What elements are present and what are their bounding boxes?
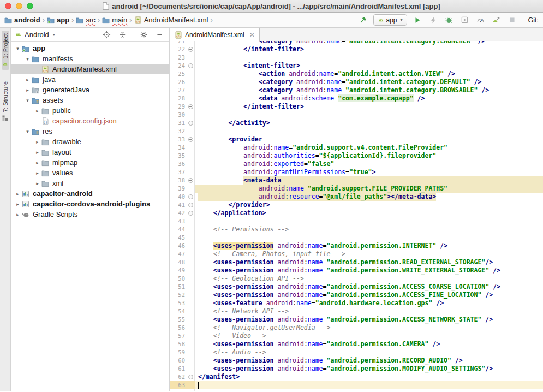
fold-marker-icon[interactable]	[188, 194, 193, 199]
expand-arrow-icon[interactable]: ▸	[34, 139, 41, 145]
code-line-49[interactable]: 49 <uses-permission android:name="androi…	[170, 266, 543, 275]
expand-arrow-icon[interactable]: ▸	[34, 108, 41, 114]
tree-item-capacitor-android[interactable]: ▸capacitor-android	[11, 188, 169, 199]
run-with-coverage-button[interactable]	[460, 15, 470, 26]
settings-gear-button[interactable]	[138, 29, 149, 40]
expand-arrow-icon[interactable]: ▾	[14, 46, 21, 51]
code-line-58[interactable]: 58 <uses-permission android:name="androi…	[170, 340, 543, 348]
code-line-42[interactable]: 42 </application>	[170, 209, 543, 217]
code-line-23[interactable]: 23	[170, 54, 543, 62]
code-line-55[interactable]: 55 <uses-permission android:name="androi…	[170, 316, 543, 324]
expand-arrow-icon[interactable]: ▸	[14, 212, 21, 217]
code-line-21[interactable]: 21 <category android:name="android.inten…	[170, 41, 543, 45]
expand-arrow-icon[interactable]: ▾	[24, 98, 31, 103]
fullscreen-button[interactable]	[27, 3, 33, 9]
expand-arrow-icon[interactable]: ▸	[34, 181, 41, 186]
code-line-50[interactable]: 50 <!-- Geolocation API -->	[170, 275, 543, 283]
attach-debugger-button[interactable]	[491, 15, 502, 26]
code-line-63[interactable]: 63	[170, 381, 543, 389]
expand-arrow-icon[interactable]: ▾	[24, 129, 31, 134]
tree-item-assets[interactable]: ▾assets	[11, 95, 169, 105]
profiler-button[interactable]	[475, 15, 486, 26]
expand-arrow-icon[interactable]: ▸	[34, 170, 41, 176]
code-line-40[interactable]: 40 android:resource="@xml/file_paths"></…	[170, 193, 543, 201]
code-line-51[interactable]: 51 <uses-permission android:name="androi…	[170, 283, 543, 291]
fold-marker-icon[interactable]	[188, 203, 193, 207]
apply-changes-button[interactable]	[428, 15, 439, 26]
code-line-45[interactable]: 45	[170, 234, 543, 242]
code-line-43[interactable]: 43	[170, 217, 543, 225]
tree-item-xml[interactable]: ▸xml	[11, 178, 169, 188]
tree-item-generatedjava[interactable]: ▸generatedJava	[11, 85, 169, 95]
code-line-32[interactable]: 32	[170, 127, 543, 135]
code-line-46[interactable]: 46 <uses-permission android:name="androi…	[170, 242, 543, 250]
code-line-28[interactable]: 28 <data android:scheme="com.example.cap…	[170, 94, 543, 103]
code-line-56[interactable]: 56 <!-- Navigator.getUserMedia -->	[170, 324, 543, 332]
fold-marker-icon[interactable]	[188, 137, 193, 142]
expand-arrow-icon[interactable]: ▾	[24, 56, 31, 62]
expand-arrow-icon[interactable]: ▸	[34, 150, 41, 155]
code-line-59[interactable]: 59 <!-- Audio -->	[170, 348, 543, 357]
code-line-53[interactable]: 53 <uses-feature android:name="android.h…	[170, 299, 543, 307]
code-line-31[interactable]: 31 </activity>	[170, 119, 543, 127]
code-line-44[interactable]: 44 <!-- Permissions -->	[170, 225, 543, 234]
code-line-26[interactable]: 26 <category android:name="android.inten…	[170, 78, 543, 86]
code-line-52[interactable]: 52 <uses-permission android:name="androi…	[170, 291, 543, 299]
breadcrumb-item-main[interactable]: main	[102, 16, 127, 24]
fold-marker-icon[interactable]	[188, 104, 193, 109]
build-hammer-button[interactable]	[357, 15, 368, 26]
expand-arrow-icon[interactable]: ▸	[24, 87, 31, 93]
breadcrumb-item-src[interactable]: src	[76, 16, 95, 24]
code-line-30[interactable]: 30	[170, 111, 543, 119]
breadcrumb-item-app[interactable]: app	[47, 16, 69, 24]
code-line-35[interactable]: 35 android:authorities="${applicationId}…	[170, 152, 543, 160]
tree-item-manifests[interactable]: ▾manifests	[11, 54, 169, 64]
tool-window-button-1-project[interactable]: 1: Project	[2, 31, 9, 70]
tree-item-layout[interactable]: ▸layout	[11, 147, 169, 157]
code-line-29[interactable]: 29 </intent-filter>	[170, 103, 543, 111]
git-widget[interactable]: Git:	[528, 16, 540, 24]
tree-item-mipmap[interactable]: ▸mipmap	[11, 157, 169, 168]
run-button[interactable]	[412, 15, 423, 26]
breadcrumb-item-androidmanifest-xml[interactable]: </>AndroidManifest.xml	[134, 16, 208, 24]
tree-item-app[interactable]: ▾app	[11, 43, 169, 54]
fold-marker-icon[interactable]	[188, 178, 193, 183]
fold-marker-icon[interactable]	[188, 121, 193, 126]
code-line-54[interactable]: 54 <!-- Network API -->	[170, 307, 543, 316]
code-line-48[interactable]: 48 <uses-permission android:name="androi…	[170, 258, 543, 266]
tree-item-gradle-scripts[interactable]: ▸Gradle Scripts	[11, 209, 169, 219]
code-line-47[interactable]: 47 <!-- Camera, Photos, input file -->	[170, 250, 543, 258]
debug-button[interactable]	[444, 15, 455, 26]
tree-item-androidmanifest-xml[interactable]: </>AndroidManifest.xml	[11, 64, 169, 74]
code-line-61[interactable]: 61 <uses-permission android:name="androi…	[170, 365, 543, 373]
expand-arrow-icon[interactable]: ▸	[14, 201, 21, 207]
tree-item-res[interactable]: ▾res	[11, 126, 169, 136]
close-button[interactable]	[5, 3, 11, 9]
code-line-60[interactable]: 60 <uses-permission android:name="androi…	[170, 357, 543, 365]
stop-button[interactable]	[507, 15, 518, 26]
collapse-all-button[interactable]	[117, 29, 128, 40]
code-editor[interactable]: 21 <category android:name="android.inten…	[170, 41, 543, 391]
project-view-selector[interactable]: Android	[25, 31, 49, 39]
fold-marker-icon[interactable]	[188, 47, 193, 52]
code-line-37[interactable]: 37 android:grantUriPermissions="true">	[170, 168, 543, 176]
expand-arrow-icon[interactable]: ▸	[24, 77, 31, 82]
code-line-41[interactable]: 41 </provider>	[170, 201, 543, 209]
tree-item-capacitor-config-json[interactable]: {}capacitor.config.json	[11, 116, 169, 126]
breadcrumb-item-android[interactable]: android	[4, 16, 40, 24]
code-line-38[interactable]: 38 <meta-data	[170, 176, 543, 185]
fold-marker-icon[interactable]	[188, 63, 193, 68]
minimize-button[interactable]	[16, 3, 22, 9]
select-opened-file-button[interactable]	[101, 29, 112, 40]
code-line-34[interactable]: 34 android:name="android.support.v4.cont…	[170, 144, 543, 152]
run-configuration-select[interactable]: app ▾	[373, 14, 407, 26]
code-line-24[interactable]: 24 <intent-filter>	[170, 62, 543, 70]
expand-arrow-icon[interactable]: ▸	[14, 191, 21, 197]
tree-item-capacitor-cordova-android-plugins[interactable]: ▸capacitor-cordova-android-plugins	[11, 199, 169, 209]
tree-item-drawable[interactable]: ▸drawable	[11, 136, 169, 147]
fold-marker-icon[interactable]	[188, 211, 193, 216]
code-line-62[interactable]: 62</manifest>	[170, 373, 543, 381]
code-line-27[interactable]: 27 <category android:name="android.inten…	[170, 86, 543, 94]
tree-item-java[interactable]: ▸java	[11, 74, 169, 85]
close-tab-icon[interactable]: ✕	[249, 32, 255, 38]
